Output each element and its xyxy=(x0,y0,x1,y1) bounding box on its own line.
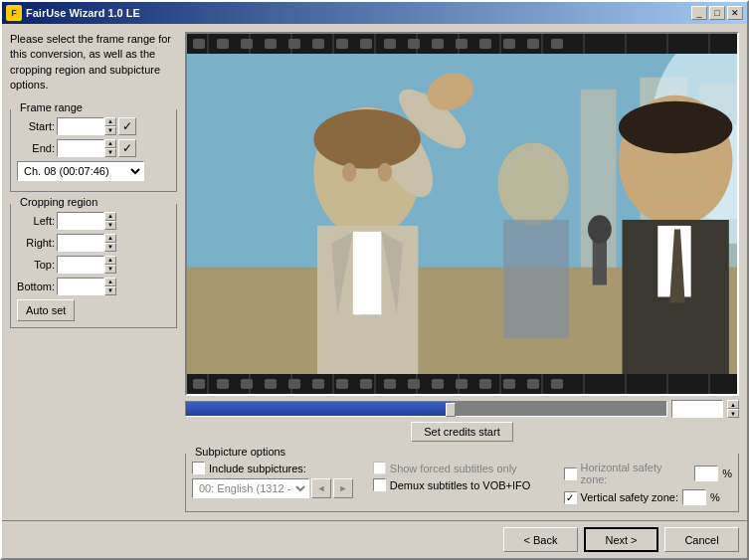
end-arrows: ▲ ▼ xyxy=(104,139,116,157)
svg-point-26 xyxy=(497,142,569,225)
left-panel: Please select the frame range for this c… xyxy=(10,32,177,512)
slider-up-arrow[interactable]: ▲ xyxy=(727,400,739,409)
film-hole xyxy=(288,379,300,389)
film-hole xyxy=(432,379,444,389)
credits-button[interactable]: Set credits start xyxy=(411,422,512,442)
vertical-value[interactable]: 5 xyxy=(682,489,706,505)
back-button[interactable]: < Back xyxy=(503,527,578,552)
language-dropdown[interactable]: 00: English (1312 - n) xyxy=(192,478,309,498)
cancel-button[interactable]: Cancel xyxy=(664,527,739,552)
include-label: Include subpictures: xyxy=(209,463,306,474)
left-up-arrow[interactable]: ▲ xyxy=(104,212,116,221)
end-input[interactable]: 170846 xyxy=(57,139,104,157)
slider-fill xyxy=(186,402,451,416)
main-content: Please select the frame range for this c… xyxy=(2,24,747,520)
bottom-up-arrow[interactable]: ▲ xyxy=(104,278,116,286)
film-hole xyxy=(456,379,468,389)
maximize-button[interactable]: □ xyxy=(709,6,725,20)
instructions-text: Please select the frame range for this c… xyxy=(10,32,177,93)
slider-thumb[interactable] xyxy=(446,403,456,417)
film-hole xyxy=(193,379,205,389)
slider-down-arrow[interactable]: ▼ xyxy=(727,409,739,418)
right-panel: 76460 ▲ ▼ Set credits start Subpicture o… xyxy=(185,32,739,512)
film-hole xyxy=(217,39,229,49)
end-check-btn[interactable]: ✓ xyxy=(118,139,136,157)
film-hole xyxy=(336,379,348,389)
subpic-col2: Show forced subtitles only Demux subtitl… xyxy=(373,462,556,491)
slider-track[interactable] xyxy=(185,401,667,417)
next-button[interactable]: Next > xyxy=(584,527,658,552)
start-input[interactable]: 0 xyxy=(57,117,104,135)
horizontal-checkbox[interactable] xyxy=(564,467,577,480)
frame-range-title: Frame range xyxy=(17,101,86,113)
app-icon: F xyxy=(6,5,22,21)
top-spinbox: 479 ▲ ▼ xyxy=(57,256,116,274)
include-checkbox[interactable] xyxy=(192,462,205,474)
right-up-arrow[interactable]: ▲ xyxy=(104,234,116,243)
top-down-arrow[interactable]: ▼ xyxy=(104,265,116,274)
cropping-title: Cropping region xyxy=(17,196,100,208)
horizontal-value[interactable]: 5 xyxy=(694,466,718,481)
include-row: Include subpictures: xyxy=(192,462,365,474)
film-hole xyxy=(265,379,277,389)
language-row: 00: English (1312 - n) ◄ ► xyxy=(192,478,365,498)
vertical-safety-row: ✓ Vertical safety zone: 5 % xyxy=(564,489,732,505)
slider-value-input[interactable]: 76460 xyxy=(671,400,723,418)
film-strip-top xyxy=(187,34,737,54)
top-up-arrow[interactable]: ▲ xyxy=(104,256,116,265)
right-down-arrow[interactable]: ▼ xyxy=(104,243,116,252)
bottom-row: Bottom: 0 ▲ ▼ xyxy=(17,278,170,295)
demux-checkbox[interactable] xyxy=(373,478,386,491)
start-up-arrow[interactable]: ▲ xyxy=(104,117,116,126)
right-row: Right: 719 ▲ ▼ xyxy=(17,234,170,252)
chapter-dropdown[interactable]: Ch. 08 (00:07:46) xyxy=(17,161,144,181)
bottom-down-arrow[interactable]: ▼ xyxy=(104,286,116,295)
start-down-arrow[interactable]: ▼ xyxy=(104,126,116,135)
bottom-input[interactable]: 0 xyxy=(57,278,104,295)
top-row: Top: 479 ▲ ▼ xyxy=(17,256,170,274)
prev-lang-button[interactable]: ◄ xyxy=(311,478,331,498)
bottom-label: Bottom: xyxy=(17,280,55,292)
film-strip-bottom xyxy=(187,374,737,394)
forced-checkbox[interactable] xyxy=(373,462,386,474)
film-hole xyxy=(241,39,253,49)
end-up-arrow[interactable]: ▲ xyxy=(104,139,116,148)
film-hole xyxy=(479,379,491,389)
next-label: Next > xyxy=(605,534,637,546)
start-spinbox: 0 ▲ ▼ xyxy=(57,117,116,135)
svg-point-16 xyxy=(313,109,420,169)
right-spinbox: 719 ▲ ▼ xyxy=(57,234,116,252)
next-lang-button[interactable]: ► xyxy=(333,478,353,498)
svg-point-25 xyxy=(588,215,612,244)
film-hole xyxy=(503,379,515,389)
horizontal-unit: % xyxy=(722,467,732,479)
right-arrows: ▲ ▼ xyxy=(104,234,116,252)
right-label: Right: xyxy=(17,237,55,249)
movie-scene xyxy=(187,54,737,374)
film-hole xyxy=(503,39,515,49)
film-hole xyxy=(408,379,420,389)
left-input[interactable]: 0 xyxy=(57,212,104,230)
svg-point-18 xyxy=(378,163,392,182)
film-hole xyxy=(360,379,372,389)
auto-set-button[interactable]: Auto set xyxy=(17,299,75,321)
vertical-checkbox[interactable]: ✓ xyxy=(564,491,577,504)
close-button[interactable]: ✕ xyxy=(727,6,743,20)
credits-row: Set credits start xyxy=(185,422,739,442)
film-hole xyxy=(479,39,491,49)
minimize-button[interactable]: _ xyxy=(691,6,707,20)
start-check-btn[interactable]: ✓ xyxy=(118,117,136,135)
left-spinbox: 0 ▲ ▼ xyxy=(57,212,116,230)
end-down-arrow[interactable]: ▼ xyxy=(104,148,116,157)
left-down-arrow[interactable]: ▼ xyxy=(104,221,116,230)
video-frame xyxy=(187,34,737,394)
subpic-content: Include subpictures: 00: English (1312 -… xyxy=(192,462,732,505)
left-label: Left: xyxy=(17,215,55,227)
film-hole xyxy=(551,379,563,389)
slider-arrows: ▲ ▼ xyxy=(727,400,739,418)
film-hole xyxy=(527,379,539,389)
top-input[interactable]: 479 xyxy=(57,256,104,274)
bottom-arrows: ▲ ▼ xyxy=(104,278,116,295)
right-input[interactable]: 719 xyxy=(57,234,104,252)
cropping-group: Cropping region Left: 0 ▲ ▼ Right: 719 xyxy=(10,204,177,328)
